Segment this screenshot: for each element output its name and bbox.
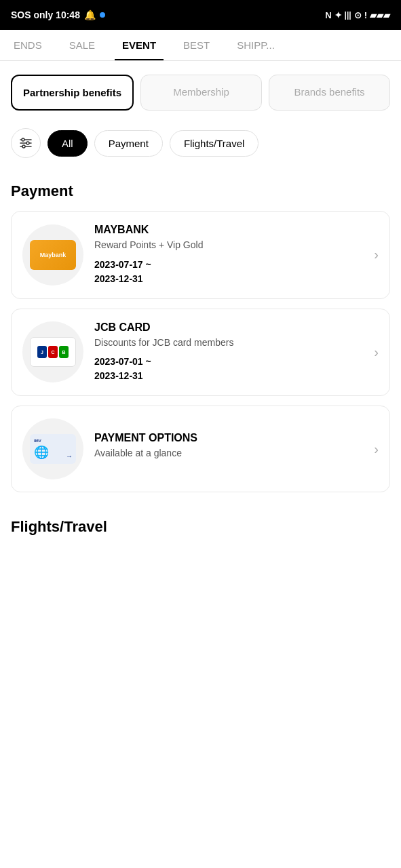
status-left: SOS only 10:48 🔔 (11, 9, 105, 20)
bluetooth-icon: ✦ (335, 10, 342, 20)
payment-options-title: PAYMENT OPTIONS (94, 432, 363, 444)
svg-point-5 (22, 145, 25, 148)
alert-icon: ! (364, 10, 367, 20)
filter-icon-button[interactable] (11, 128, 41, 158)
payment-options-desc: Available at a glance (94, 447, 363, 460)
po-line1: IMV (34, 439, 41, 443)
jcb-circle-red: C (48, 346, 58, 358)
nfc-icon: N (325, 10, 331, 20)
nav-tabs: ENDS SALE EVENT BEST SHIPP... (0, 30, 401, 61)
status-sos: SOS only 10:48 (11, 9, 80, 20)
flights-travel-section: Flights/Travel (0, 502, 401, 557)
payment-options-image: IMV 🌐 → (30, 434, 76, 464)
jcb-circle-green: B (59, 346, 69, 358)
payment-options-logo: IMV 🌐 → (22, 418, 83, 479)
tab-trends[interactable]: ENDS (0, 30, 56, 60)
payment-options-chevron-icon: › (374, 441, 379, 457)
jcb-logo-circles: J C B (37, 346, 69, 358)
po-arrow-icon: → (66, 452, 73, 460)
battery-icon: ▰▰▰ (370, 10, 390, 20)
maybank-title: MAYBANK (94, 224, 363, 236)
payment-section-title: Payment (11, 182, 390, 200)
maybank-info: MAYBANK Reward Points + Vip Gold 2023-07… (94, 224, 363, 286)
jcb-card-image: J C B (30, 337, 76, 367)
svg-point-3 (22, 138, 24, 141)
jcb-title: JCB CARD (94, 321, 363, 334)
category-tab-brands[interactable]: Brands benefits (269, 75, 390, 111)
bell-dot (100, 12, 105, 18)
filter-pill-all[interactable]: All (47, 130, 88, 157)
tab-best[interactable]: BEST (170, 30, 223, 60)
category-tab-membership[interactable]: Membership (140, 75, 262, 111)
tab-sale[interactable]: SALE (56, 30, 109, 60)
status-bar: SOS only 10:48 🔔 N ✦ ||| ⊙ ! ▰▰▰ (0, 0, 401, 30)
filter-pill-flights[interactable]: Flights/Travel (170, 130, 259, 157)
globe-icon: 🌐 (34, 445, 49, 460)
notification-icon: 🔔 (84, 9, 96, 20)
flights-travel-title: Flights/Travel (11, 518, 390, 536)
filter-sliders-icon (19, 136, 33, 150)
category-tab-partnership[interactable]: Partnership benefits (11, 75, 134, 111)
wifi-icon: ⊙ (354, 10, 362, 20)
jcb-desc: Discounts for JCB card members (94, 336, 363, 350)
filter-pill-payment[interactable]: Payment (94, 130, 163, 157)
maybank-chevron-icon: › (374, 247, 379, 262)
status-right: N ✦ ||| ⊙ ! ▰▰▰ (325, 10, 390, 20)
jcb-circle-blue: J (37, 346, 47, 358)
maybank-logo: Maybank (22, 224, 83, 285)
signal-icon: ||| (345, 10, 351, 20)
tab-event[interactable]: EVENT (109, 30, 170, 60)
category-section: Partnership benefits Membership Brands b… (0, 61, 401, 117)
maybank-card[interactable]: Maybank MAYBANK Reward Points + Vip Gold… (11, 211, 390, 299)
svg-point-4 (26, 142, 29, 144)
maybank-card-image: Maybank (30, 240, 76, 270)
payment-section: Payment Maybank MAYBANK Reward Points + … (0, 169, 401, 492)
filter-row: All Payment Flights/Travel (0, 117, 401, 169)
maybank-text: Maybank (40, 252, 66, 258)
jcb-logo: J C B (22, 321, 83, 382)
tab-shipping[interactable]: SHIPP... (223, 30, 288, 60)
jcb-date: 2023-07-01 ~2023-12-31 (94, 355, 363, 383)
maybank-date: 2023-07-17 ~2023-12-31 (94, 258, 363, 286)
jcb-card[interactable]: J C B JCB CARD Discounts for JCB card me… (11, 309, 390, 397)
maybank-desc: Reward Points + Vip Gold (94, 239, 363, 252)
jcb-chevron-icon: › (374, 344, 379, 360)
payment-options-info: PAYMENT OPTIONS Available at a glance (94, 432, 363, 466)
jcb-info: JCB CARD Discounts for JCB card members … (94, 321, 363, 384)
category-tabs: Partnership benefits Membership Brands b… (11, 75, 390, 111)
payment-options-card[interactable]: IMV 🌐 → PAYMENT OPTIONS Available at a g… (11, 406, 390, 492)
